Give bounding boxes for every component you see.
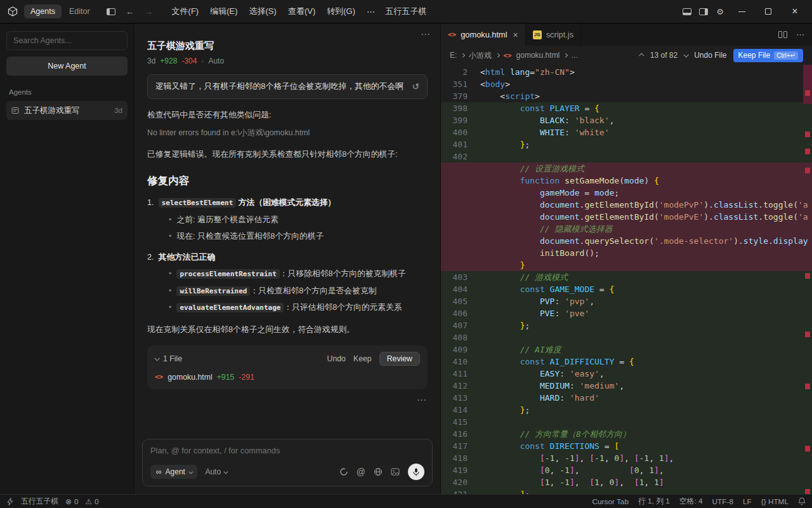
statusbar-item[interactable]: Cursor Tab [592,497,628,506]
statusbar-item[interactable]: UTF-8 [712,497,733,506]
next-diff-icon[interactable] [684,52,689,57]
code-line: initBoard(); [441,247,812,259]
review-button[interactable]: Review [379,352,420,366]
toggle-panel-icon[interactable] [679,3,695,20]
keep-button[interactable]: Keep [353,354,372,363]
code-line: } [441,259,812,271]
code-line: 417 const DIRECTIONS = [ [441,440,812,452]
code-text [480,416,812,428]
code-text: initBoard(); [480,247,812,259]
close-tab-icon[interactable]: × [513,30,518,40]
agent-mode-selector[interactable]: ∞ Agent [150,465,197,479]
app-window: Agents Editor ← → 文件(F)编辑(E)选择(S)查看(V)转到… [0,0,812,508]
toggle-sidebar-icon[interactable] [103,3,119,20]
code-line: document.getElementById('modePvP').class… [441,199,812,211]
files-summary[interactable]: 1 File [163,354,182,363]
mention-icon[interactable]: @ [357,467,365,477]
chat-meta-mode: Auto [208,57,224,65]
chat-more-icon[interactable]: ⋯ [421,29,430,40]
forward-icon[interactable]: → [141,3,157,20]
code-editor[interactable]: 2<html lang="zh-CN">351<body>379 <script… [441,65,812,494]
line-number: 411 [441,368,480,380]
inline-code: willBeRestrained [176,286,250,296]
prev-diff-icon[interactable] [639,53,644,58]
menu-item[interactable]: 转到(G) [321,3,361,20]
code-text: <body> [480,78,812,90]
breadcrumb-folder[interactable]: 小游戏 [469,50,492,61]
line-number: 408 [441,331,480,344]
restore-checkpoint-icon[interactable]: ↺ [412,81,419,91]
menu-item[interactable]: 文件(F) [166,3,205,20]
code-line: 403 // 游戏模式 [441,271,812,283]
line-number [441,175,480,187]
breadcrumb-drive[interactable]: E: [450,51,457,60]
code-line: 415 [441,416,812,428]
menu-item[interactable]: 编辑(E) [204,3,243,20]
menu-item[interactable]: 查看(V) [282,3,321,20]
html-file-icon: <> [155,373,163,381]
search-agents-input[interactable] [6,31,128,50]
code-line: 400 WHITE: 'white' [441,126,812,138]
chat-scroll-area[interactable]: ⋯ 五子棋游戏重写 3d +928 -304 · Auto 逻辑又错了，只有棋子… [134,23,440,432]
warning-count[interactable]: ⚠0 [85,497,98,506]
toggle-secondary-sidebar-icon[interactable] [695,3,712,20]
error-count[interactable]: ⊗0 [65,497,78,506]
message-more-icon[interactable]: ⋯ [147,394,428,406]
linter-path[interactable]: e:\小游戏\gomoku.html [231,128,310,137]
code-line: gameMode = mode; [441,187,812,199]
notifications-bell-icon[interactable] [798,497,806,505]
remote-indicator-icon[interactable] [6,498,14,505]
editor-tab-gomoku[interactable]: <> gomoku.html × [441,23,526,46]
code-text: function setGameMode(mode) { [480,175,812,187]
code-line: // 设置游戏模式 [441,163,812,175]
sidebar-item-agent[interactable]: 五子棋游戏重写 3d [6,101,128,120]
web-globe-icon[interactable] [374,467,383,476]
statusbar-item[interactable]: LF [743,497,752,506]
image-attach-icon[interactable] [391,467,400,476]
chat-composer[interactable]: ∞ Agent Auto @ [142,439,433,486]
maximize-button[interactable] [755,0,782,23]
line-number: 401 [441,138,480,150]
user-message[interactable]: 逻辑又错了，只有棋子相邻的8个格子位会被克制吃掉，其他的不会啊 ↺ [147,74,428,99]
menu-item[interactable]: 选择(S) [244,3,282,20]
editor-tab-script[interactable]: JS script.js [526,23,581,46]
mic-button[interactable] [408,464,424,480]
collapse-chevron-icon[interactable] [154,356,159,361]
breadcrumb-symbol[interactable]: ... [572,51,578,60]
line-number: 379 [441,90,480,102]
editor-pane: <> gomoku.html × JS script.js ⋯ E: 小游戏 [441,23,812,494]
tab-editor[interactable]: Editor [63,4,96,18]
breadcrumb-sep-icon [461,53,464,57]
file-added-count: +915 [217,373,235,382]
split-editor-icon[interactable] [778,31,787,38]
tab-agents[interactable]: Agents [24,4,62,18]
model-selector[interactable]: Auto [205,467,226,476]
undo-button[interactable]: Undo [327,354,346,363]
statusbar-item[interactable]: 行 1, 列 1 [638,497,670,507]
keep-file-shortcut: Ctrl+↵ [774,51,798,60]
diff-marker [805,168,810,173]
keep-file-button[interactable]: Keep File Ctrl+↵ [733,49,803,62]
statusbar-app-name[interactable]: 五行五子棋 [21,497,58,507]
minimize-button[interactable] [728,0,755,23]
overview-ruler[interactable] [803,65,812,494]
code-line: 401 }; [441,138,812,150]
chat-input[interactable] [150,446,424,455]
breadcrumb-file[interactable]: gomoku.html [516,51,560,60]
statusbar-item[interactable]: {} HTML [761,497,789,506]
settings-gear-icon[interactable]: ⚙ [712,3,728,20]
code-text: PVP: 'pvp', [480,295,812,307]
code-line: 416 // 方向常量（8个相邻方向） [441,428,812,440]
statusbar-item[interactable]: 空格: 4 [679,497,703,507]
close-window-button[interactable]: × [782,0,808,23]
titlebar: Agents Editor ← → 文件(F)编辑(E)选择(S)查看(V)转到… [0,0,812,23]
code-text: const GAME_MODE = { [480,283,812,295]
undo-file-button[interactable]: Undo File [694,51,726,60]
line-number: 413 [441,392,480,404]
back-icon[interactable]: ← [122,3,138,20]
menu-item[interactable]: ⋯ [361,4,381,19]
history-spinner-icon[interactable] [339,467,348,476]
new-agent-button[interactable]: New Agent [6,57,128,76]
editor-more-icon[interactable]: ⋯ [796,30,804,39]
changed-file-row[interactable]: <> gomoku.html +915 -291 [155,373,420,382]
